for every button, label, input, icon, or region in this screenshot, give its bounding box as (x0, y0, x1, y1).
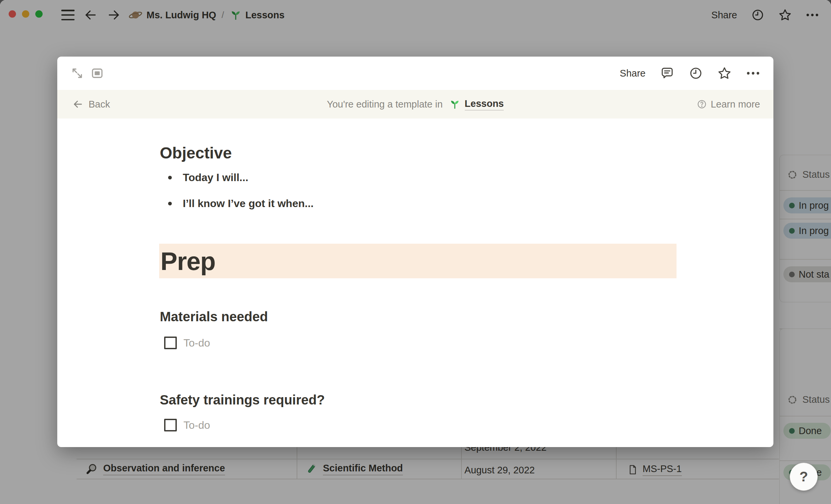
modal-header: Share (57, 57, 773, 90)
page-history-button[interactable] (689, 66, 703, 80)
open-as-page-icon (91, 66, 104, 80)
learn-more-button[interactable]: Learn more (697, 99, 760, 110)
expand-icon (70, 66, 84, 80)
checkbox[interactable] (164, 336, 177, 349)
modal-more-options-button[interactable] (746, 66, 760, 80)
objective-heading[interactable]: Objective (160, 144, 232, 162)
template-editor-modal: Share (57, 57, 773, 447)
banner-message: You're editing a template in Lessons (57, 98, 773, 111)
todo-item: To-do (160, 335, 210, 351)
modal-header-left (70, 66, 105, 81)
todo-item: To-do (160, 417, 210, 433)
ellipsis-icon (746, 66, 760, 80)
bullet-item[interactable]: Today I will... (160, 170, 248, 185)
comment-icon (660, 66, 674, 80)
clock-icon (689, 66, 703, 80)
favorite-star-button[interactable] (717, 66, 732, 80)
learn-more-label: Learn more (711, 99, 760, 110)
bullet-icon (168, 176, 172, 179)
banner-message-text: You're editing a template in (327, 99, 443, 110)
modal-share-button[interactable]: Share (620, 68, 646, 79)
comments-button[interactable] (660, 66, 674, 80)
star-icon (717, 66, 732, 80)
open-as-page-button[interactable] (90, 66, 105, 81)
notion-window: Ms. Ludwig HQ / Lessons Share (0, 0, 831, 504)
expand-page-button[interactable] (70, 66, 85, 81)
bullet-text: Today I will... (183, 172, 248, 184)
todo-placeholder[interactable]: To-do (183, 419, 210, 432)
screen: Ms. Ludwig HQ / Lessons Share (0, 0, 831, 504)
template-content: Objective Today I will... I’ll know I’ve… (160, 119, 677, 447)
bullet-item[interactable]: I’ll know I’ve got it when... (160, 196, 314, 211)
modal-header-actions: Share (620, 66, 760, 81)
template-editing-banner: Back You're editing a template in Lesson… (57, 90, 773, 119)
banner-target-page-link[interactable]: Lessons (465, 98, 504, 111)
checkbox[interactable] (164, 419, 177, 432)
materials-heading[interactable]: Materials needed (160, 308, 268, 325)
bullet-text: I’ll know I’ve got it when... (183, 198, 314, 210)
question-circle-icon (697, 99, 707, 109)
seedling-icon (449, 98, 461, 110)
safety-heading[interactable]: Safety trainings required? (160, 392, 325, 408)
prep-heading: Prep (159, 247, 216, 276)
todo-placeholder[interactable]: To-do (183, 337, 210, 349)
bullet-icon (168, 202, 172, 205)
help-button[interactable]: ? (790, 463, 818, 491)
prep-heading-block[interactable]: Prep (159, 244, 677, 278)
